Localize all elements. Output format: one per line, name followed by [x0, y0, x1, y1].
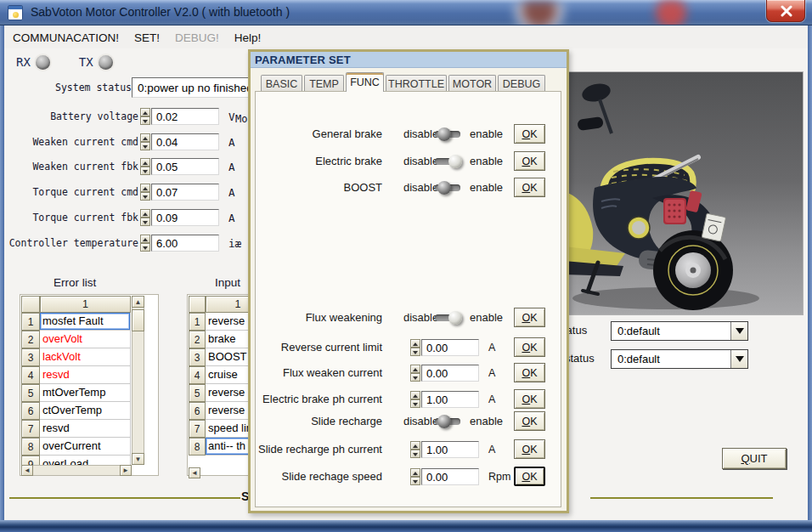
ok-button[interactable]: OK: [514, 467, 545, 486]
row-header[interactable]: 8: [21, 438, 40, 456]
scroll-up-icon[interactable]: ▲: [132, 296, 144, 308]
spinner-control[interactable]: [140, 184, 150, 201]
param-input[interactable]: [421, 339, 479, 356]
tab-throttle[interactable]: THROTTLE: [386, 75, 447, 92]
ok-button[interactable]: OK: [514, 411, 545, 431]
scroll-left-icon[interactable]: ◄: [21, 465, 33, 476]
param-input[interactable]: [421, 468, 479, 485]
tab-debug[interactable]: DEBUG: [498, 75, 545, 92]
tab-func[interactable]: FUNC: [346, 72, 384, 92]
row-header[interactable]: 5: [189, 384, 206, 402]
ok-button[interactable]: OK: [514, 363, 545, 382]
spinner-control[interactable]: [410, 391, 420, 408]
spinner-control[interactable]: [140, 133, 150, 150]
error-cell[interactable]: lackVolt: [40, 348, 131, 366]
status-dropdown-2[interactable]: 0:default: [611, 349, 748, 369]
row-header[interactable]: 6: [21, 402, 40, 420]
app-window: SabVoton Motor Controller V2.0 ( with bl…: [0, 0, 812, 532]
tab-temp[interactable]: TEMP: [304, 75, 344, 92]
error-table-column-header[interactable]: 1: [40, 296, 131, 313]
field-input[interactable]: [151, 184, 219, 201]
divider-line: [9, 497, 240, 499]
spinner-control[interactable]: [410, 468, 420, 485]
field-input[interactable]: [151, 158, 219, 175]
param-label: Slide recharge: [251, 415, 382, 427]
error-cell[interactable]: ctOverTemp: [40, 402, 131, 420]
window-title: SabVoton Motor Controller V2.0 ( with bl…: [31, 5, 290, 19]
row-header[interactable]: 2: [189, 331, 206, 348]
status-dropdown-1-value: 0:default: [612, 325, 730, 337]
menu-item-communacation[interactable]: COMMUNACATION!: [5, 29, 127, 47]
param-label: Slide rechage speed: [251, 470, 382, 483]
toggle-switch[interactable]: [433, 155, 464, 168]
menu-item-set[interactable]: SET!: [127, 29, 167, 47]
quit-button[interactable]: QUIT: [722, 448, 787, 469]
spinner-control[interactable]: [410, 441, 420, 458]
param-unit: A: [488, 393, 495, 405]
ok-button[interactable]: OK: [514, 178, 545, 197]
param-input[interactable]: [421, 441, 479, 458]
field-input[interactable]: [151, 209, 219, 226]
scroll-left-icon[interactable]: ◄: [189, 467, 200, 478]
param-input[interactable]: [421, 391, 479, 408]
tab-basic[interactable]: BASIC: [261, 75, 302, 92]
param-unit: A: [488, 444, 495, 456]
spinner-control[interactable]: [140, 158, 150, 175]
error-hscrollbar[interactable]: [21, 465, 132, 476]
row-header[interactable]: 1: [189, 313, 206, 331]
row-header[interactable]: 7: [189, 420, 206, 438]
error-cell[interactable]: overLoad: [40, 456, 131, 465]
scroll-down-icon[interactable]: ▼: [132, 453, 144, 465]
input-table-corner[interactable]: [189, 296, 206, 313]
param-input[interactable]: [421, 365, 479, 382]
spinner-control[interactable]: [410, 339, 420, 356]
window-border-bottom: [0, 520, 812, 532]
toggle-switch[interactable]: [433, 311, 464, 325]
row-header[interactable]: 6: [189, 402, 206, 420]
ok-button[interactable]: OK: [514, 124, 545, 144]
ok-button[interactable]: OK: [514, 439, 545, 459]
ok-button[interactable]: OK: [514, 337, 545, 357]
param-row: Slide rechargedisable enable OK: [251, 411, 567, 432]
toggle-switch[interactable]: [433, 181, 464, 195]
ok-button[interactable]: OK: [514, 151, 545, 171]
row-header[interactable]: 4: [189, 366, 206, 384]
row-header[interactable]: 7: [21, 420, 40, 438]
toggle-switch[interactable]: [433, 127, 464, 141]
error-table-corner[interactable]: [21, 296, 40, 313]
field-input[interactable]: [151, 235, 219, 252]
row-header[interactable]: 4: [21, 366, 40, 384]
error-cell[interactable]: mosfet Fault: [40, 313, 131, 331]
row-header[interactable]: 3: [21, 348, 40, 366]
row-header[interactable]: 9: [21, 456, 40, 465]
vscroll-thumb[interactable]: [132, 309, 144, 331]
row-header[interactable]: 1: [21, 313, 40, 331]
tab-motor[interactable]: MOTOR: [448, 75, 496, 92]
error-cell[interactable]: mtOverTemp: [40, 384, 131, 402]
ok-button[interactable]: OK: [514, 308, 545, 327]
row-header[interactable]: 2: [21, 331, 40, 348]
spinner-control[interactable]: [410, 365, 420, 382]
scroll-right-icon[interactable]: ►: [120, 465, 132, 476]
error-cell[interactable]: overVolt: [40, 331, 131, 348]
row-header[interactable]: 3: [189, 348, 206, 366]
spinner-control[interactable]: [140, 209, 150, 226]
system-status-label: System status: [55, 82, 132, 93]
field-input[interactable]: [151, 108, 219, 125]
param-row: Flux weakeningdisable enable OK: [251, 308, 567, 328]
field-input[interactable]: [151, 133, 219, 150]
status-dropdown-1[interactable]: 0:default: [611, 321, 748, 341]
close-button[interactable]: [766, 0, 805, 22]
field-unit: A: [228, 161, 235, 173]
error-cell[interactable]: resvd: [40, 420, 131, 438]
error-cell[interactable]: resvd: [40, 366, 131, 384]
spinner-control[interactable]: [140, 235, 150, 252]
toggle-switch[interactable]: [433, 415, 464, 428]
row-header[interactable]: 8: [189, 438, 206, 456]
row-header[interactable]: 5: [21, 384, 40, 402]
error-cell[interactable]: overCurrent: [40, 438, 131, 456]
ok-button[interactable]: OK: [514, 389, 545, 409]
spinner-control[interactable]: [140, 108, 150, 125]
param-unit: A: [488, 367, 495, 379]
menu-item-help[interactable]: Help!: [227, 29, 269, 47]
